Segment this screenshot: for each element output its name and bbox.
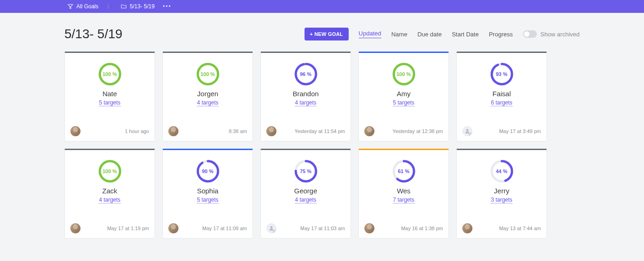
trophy-icon [67,3,74,10]
avatar[interactable] [364,223,374,233]
progress-ring: 61 % [392,159,416,183]
goal-card[interactable]: 100 % Zack 4 targets May 17 at 1:19 pm [64,149,155,238]
timestamp: May 17 at 3:49 pm [499,128,541,134]
goal-card[interactable]: 90 % Sophia 5 targets May 17 at 11:09 am [162,149,253,238]
goal-owner-name: Amy [397,90,411,98]
show-archived-label: Show archived [540,31,580,38]
progress-ring: 44 % [490,159,514,183]
avatar[interactable] [364,126,374,136]
new-goal-button[interactable]: + NEW GOAL [305,28,349,41]
progress-percent: 61 % [392,159,416,183]
person-icon [268,225,275,232]
progress-percent: 90 % [196,159,220,183]
goal-owner-name: Wes [397,187,411,195]
goal-owner-name: Jerry [494,187,509,195]
progress-percent: 96 % [294,62,318,86]
progress-ring: 100 % [98,159,122,183]
goal-card-grid: 100 % Nate 5 targets 1 hour ago 100 % Jo… [64,52,580,238]
goal-card[interactable]: 93 % Faisal 6 targets May 17 at 3:49 pm [456,52,547,141]
progress-ring: 75 % [294,159,318,183]
timestamp: May 17 at 11:09 am [202,226,247,231]
timestamp: 8:38 am [229,128,247,134]
avatar[interactable] [70,223,80,233]
progress-percent: 75 % [294,159,318,183]
timestamp: May 13 at 7:44 am [499,226,541,231]
goal-card[interactable]: 100 % Amy 5 targets Yesterday at 12:38 p… [358,52,449,141]
timestamp: Yesterday at 12:38 pm [392,128,443,134]
targets-link[interactable]: 5 targets [197,197,218,203]
goal-owner-name: Brandon [293,90,319,98]
breadcrumb-separator: 〉 [107,3,112,11]
progress-percent: 100 % [98,159,122,183]
filter-updated[interactable]: Updated [359,30,381,38]
progress-percent: 100 % [98,62,122,86]
targets-link[interactable]: 5 targets [393,99,414,106]
progress-percent: 44 % [490,159,514,183]
filter-due-date[interactable]: Due date [417,31,442,38]
targets-link[interactable]: 4 targets [99,197,121,203]
progress-percent: 100 % [196,62,220,86]
avatar[interactable] [266,223,276,233]
goal-owner-name: George [294,187,317,195]
targets-link[interactable]: 6 targets [491,99,512,106]
timestamp: May 17 at 1:19 pm [107,226,149,231]
progress-ring: 100 % [392,62,416,86]
filter-name[interactable]: Name [391,31,408,38]
avatar[interactable] [70,126,80,136]
targets-link[interactable]: 5 targets [99,99,121,106]
goal-card[interactable]: 61 % Wes 7 targets May 16 at 1:38 pm [358,149,449,238]
goal-owner-name: Jorgen [197,90,218,98]
avatar[interactable] [168,223,178,233]
targets-link[interactable]: 4 targets [197,99,218,106]
targets-link[interactable]: 3 targets [491,197,512,203]
page-header: 5/13- 5/19 + NEW GOAL Updated Name Due d… [64,27,580,41]
avatar[interactable] [266,126,276,136]
person-icon [464,128,471,134]
progress-ring: 96 % [294,62,318,86]
breadcrumb-root[interactable]: All Goals [64,2,101,11]
avatar[interactable] [168,126,178,136]
progress-ring: 100 % [196,62,220,86]
timestamp: May 16 at 1:38 pm [401,226,443,231]
folder-icon [121,3,127,10]
breadcrumb-bar: All Goals 〉 5/13- 5/19 ••• [0,0,644,13]
targets-link[interactable]: 7 targets [393,197,414,203]
goal-card[interactable]: 96 % Brandon 4 targets Yesterday at 11:5… [260,52,351,141]
goal-card[interactable]: 44 % Jerry 3 targets May 13 at 7:44 am [456,149,547,238]
targets-link[interactable]: 4 targets [295,197,316,203]
breadcrumb-more-icon[interactable]: ••• [163,3,172,10]
avatar[interactable] [462,126,472,136]
page-controls: + NEW GOAL Updated Name Due date Start D… [305,28,580,41]
filter-start-date[interactable]: Start Date [452,31,479,38]
avatar[interactable] [462,223,472,233]
goal-card[interactable]: 100 % Nate 5 targets 1 hour ago [64,52,155,141]
goal-owner-name: Sophia [197,187,218,195]
goal-card[interactable]: 100 % Jorgen 4 targets 8:38 am [162,52,253,141]
timestamp: Yesterday at 11:54 pm [294,128,345,134]
breadcrumb-folder[interactable]: 5/13- 5/19 [118,2,157,11]
breadcrumb-root-label: All Goals [76,3,98,10]
timestamp: May 17 at 11:03 am [300,226,345,231]
page-title: 5/13- 5/19 [64,27,122,41]
progress-percent: 100 % [392,62,416,86]
goal-owner-name: Faisal [492,90,511,98]
goal-owner-name: Nate [103,90,117,98]
breadcrumb-folder-label: 5/13- 5/19 [130,3,155,10]
goal-owner-name: Zack [102,187,117,195]
timestamp: 1 hour ago [125,128,149,134]
filter-progress[interactable]: Progress [489,31,513,38]
show-archived-toggle[interactable] [523,30,537,38]
progress-ring: 90 % [196,159,220,183]
goal-card[interactable]: 75 % George 4 targets May 17 at 11:03 am [260,149,351,238]
progress-percent: 93 % [490,62,514,86]
progress-ring: 100 % [98,62,122,86]
targets-link[interactable]: 4 targets [295,99,316,106]
progress-ring: 93 % [490,62,514,86]
